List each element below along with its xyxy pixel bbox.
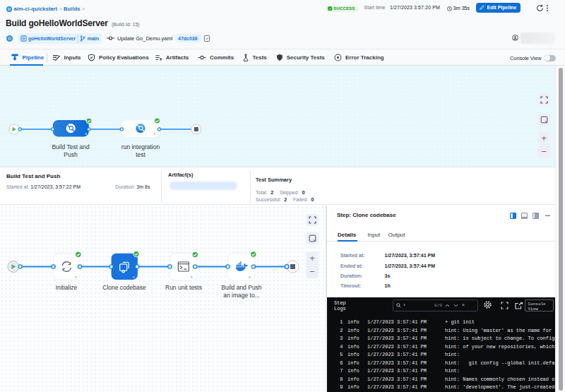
svg-text:s: s	[191, 275, 193, 279]
svg-text:s: s	[75, 275, 77, 279]
svg-text:s: s	[249, 275, 251, 279]
svg-text:s: s	[133, 275, 135, 279]
